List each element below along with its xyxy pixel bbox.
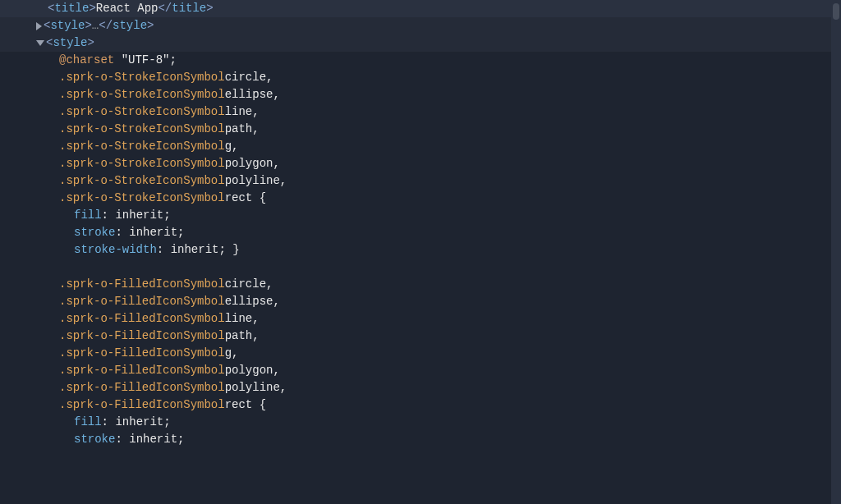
css-class-selector: .sprk-o-StrokeIconSymbol: [59, 190, 225, 207]
css-property: stroke-width: [74, 241, 157, 259]
css-punct: ,: [273, 86, 279, 103]
css-element-selector: circle: [225, 276, 266, 293]
css-declaration-line[interactable]: fill: inherit;: [0, 207, 841, 224]
collapse-arrow-icon[interactable]: [36, 40, 44, 46]
dom-node-style-collapsed[interactable]: <style>…</style>: [0, 17, 841, 34]
devtools-elements-panel: <title>React App</title> <style>…</style…: [0, 0, 841, 504]
tag-open-punct: </: [158, 0, 172, 17]
css-declaration-line[interactable]: stroke-width: inherit; }: [0, 241, 841, 259]
ellipsis: …: [92, 17, 99, 34]
css-punct: ,: [280, 379, 287, 396]
css-property: fill: [74, 414, 102, 431]
css-punct: ,: [280, 172, 287, 190]
scrollbar-thumb[interactable]: [833, 3, 839, 20]
css-selector-line[interactable]: .sprk-o-FilledIconSymbol polygon,: [0, 362, 841, 379]
css-punct: {: [252, 396, 266, 414]
css-element-selector: g: [225, 138, 232, 155]
css-element-selector: ellipse: [225, 293, 273, 310]
blank-line: [0, 259, 841, 276]
css-class-selector: .sprk-o-FilledIconSymbol: [59, 293, 225, 310]
css-class-selector: .sprk-o-StrokeIconSymbol: [59, 155, 225, 172]
at-rule: @charset: [59, 52, 122, 69]
css-class-selector: .sprk-o-StrokeIconSymbol: [59, 69, 225, 86]
css-punct: ,: [266, 69, 273, 86]
css-punct: ,: [252, 328, 259, 345]
css-element-selector: polygon: [225, 155, 273, 172]
css-selector-line[interactable]: .sprk-o-StrokeIconSymbol line,: [0, 103, 841, 121]
css-punct: ,: [252, 103, 259, 121]
css-selector-line[interactable]: .sprk-o-StrokeIconSymbol path,: [0, 121, 841, 138]
tag-close-punct: >: [206, 0, 213, 17]
expand-arrow-icon[interactable]: [36, 22, 42, 30]
css-punct: {: [252, 190, 266, 207]
css-element-selector: path: [225, 328, 253, 345]
css-class-selector: .sprk-o-FilledIconSymbol: [59, 310, 225, 328]
tag-open-punct: <: [44, 17, 50, 34]
css-class-selector: .sprk-o-FilledIconSymbol: [59, 396, 225, 414]
css-selector-line[interactable]: .sprk-o-FilledIconSymbol path,: [0, 328, 841, 345]
css-class-selector: .sprk-o-FilledIconSymbol: [59, 379, 225, 396]
css-class-selector: .sprk-o-FilledIconSymbol: [59, 362, 225, 379]
css-punct: ,: [232, 138, 238, 155]
css-selector-line[interactable]: .sprk-o-StrokeIconSymbol polygon,: [0, 155, 841, 172]
css-property: stroke: [74, 431, 115, 448]
css-tail: ;: [163, 414, 170, 431]
css-tail: ;: [163, 207, 170, 224]
css-declaration-line[interactable]: stroke: inherit;: [0, 224, 841, 241]
tag-name: style: [113, 17, 147, 34]
css-selector-line[interactable]: .sprk-o-FilledIconSymbol rect {: [0, 396, 841, 414]
css-element-selector: line: [225, 310, 253, 328]
css-class-selector: .sprk-o-FilledIconSymbol: [59, 345, 225, 362]
css-selector-line[interactable]: .sprk-o-FilledIconSymbol line,: [0, 310, 841, 328]
css-punct: ,: [273, 293, 279, 310]
css-selector-line[interactable]: .sprk-o-FilledIconSymbol g,: [0, 345, 841, 362]
css-element-selector: polyline: [225, 379, 280, 396]
dom-node-style-expanded[interactable]: <style>: [0, 34, 841, 52]
css-punct: ,: [232, 345, 238, 362]
css-selector-line[interactable]: .sprk-o-StrokeIconSymbol ellipse,: [0, 86, 841, 103]
css-property: stroke: [74, 224, 115, 241]
css-element-selector: circle: [225, 69, 266, 86]
css-class-selector: .sprk-o-FilledIconSymbol: [59, 328, 225, 345]
css-selector-line[interactable]: .sprk-o-FilledIconSymbol circle,: [0, 276, 841, 293]
css-selector-line[interactable]: .sprk-o-FilledIconSymbol ellipse,: [0, 293, 841, 310]
colon: :: [115, 224, 129, 241]
css-element-selector: polygon: [225, 362, 273, 379]
css-value: inherit: [129, 431, 177, 448]
css-declaration-line[interactable]: stroke: inherit;: [0, 431, 841, 448]
colon: :: [102, 414, 116, 431]
css-selector-line[interactable]: .sprk-o-StrokeIconSymbol polyline,: [0, 172, 841, 190]
css-selector-line[interactable]: .sprk-o-StrokeIconSymbol circle,: [0, 69, 841, 86]
css-punct: ,: [266, 276, 273, 293]
css-value: inherit: [129, 224, 177, 241]
css-element-selector: g: [225, 345, 232, 362]
css-charset-rule[interactable]: @charset "UTF-8";: [0, 52, 841, 69]
scrollbar-track[interactable]: [831, 0, 841, 504]
css-class-selector: .sprk-o-StrokeIconSymbol: [59, 103, 225, 121]
css-punct: ,: [273, 362, 279, 379]
css-value: inherit: [115, 207, 163, 224]
css-selector-line[interactable]: .sprk-o-StrokeIconSymbol rect {: [0, 190, 841, 207]
css-element-selector: rect: [225, 396, 253, 414]
css-tail: ;: [177, 431, 184, 448]
css-element-selector: rect: [225, 190, 253, 207]
css-punct: ,: [252, 121, 259, 138]
css-declaration-line[interactable]: fill: inherit;: [0, 414, 841, 431]
tag-open-punct: </: [99, 17, 113, 34]
css-tail: ;: [177, 224, 184, 241]
dom-node-title[interactable]: <title>React App</title>: [0, 0, 841, 17]
tag-close-punct: >: [85, 17, 91, 34]
css-punct: ,: [252, 310, 259, 328]
tag-close-punct: >: [87, 34, 94, 52]
charset-string: "UTF-8": [122, 52, 170, 69]
css-value: inherit: [115, 414, 163, 431]
css-selector-line[interactable]: .sprk-o-FilledIconSymbol polyline,: [0, 379, 841, 396]
colon: :: [115, 431, 129, 448]
tag-open-punct: <: [48, 0, 54, 17]
css-class-selector: .sprk-o-StrokeIconSymbol: [59, 138, 225, 155]
css-element-selector: polyline: [225, 172, 280, 190]
colon: :: [102, 207, 116, 224]
title-text: React App: [96, 0, 159, 17]
css-selector-line[interactable]: .sprk-o-StrokeIconSymbol g,: [0, 138, 841, 155]
semicolon: ;: [169, 52, 176, 69]
